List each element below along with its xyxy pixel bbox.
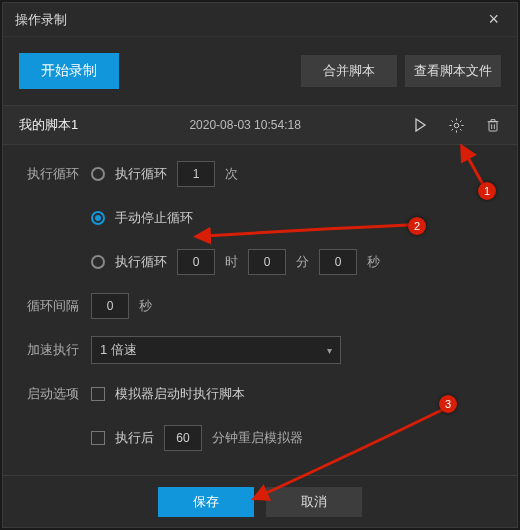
loop-count-input[interactable] xyxy=(177,161,215,187)
start-record-button[interactable]: 开始录制 xyxy=(19,53,119,89)
speed-selected: 1 倍速 xyxy=(100,341,137,359)
interval-label: 循环间隔 xyxy=(27,297,91,315)
loop-manual-label: 手动停止循环 xyxy=(115,209,193,227)
loop-m-input[interactable] xyxy=(248,249,286,275)
restart-after-pre: 执行后 xyxy=(115,429,154,447)
loop-group-label: 执行循环 xyxy=(27,165,91,183)
view-script-file-button[interactable]: 查看脚本文件 xyxy=(405,55,501,87)
restart-after-input[interactable] xyxy=(164,425,202,451)
restart-after-post: 分钟重启模拟器 xyxy=(212,429,303,447)
script-name: 我的脚本1 xyxy=(19,116,78,134)
gear-icon[interactable] xyxy=(448,117,465,134)
radio-loop-duration[interactable] xyxy=(91,255,105,269)
run-on-emulator-start-label: 模拟器启动时执行脚本 xyxy=(115,385,245,403)
radio-loop-manual[interactable] xyxy=(91,211,105,225)
loop-duration-label: 执行循环 xyxy=(115,253,167,271)
loop-s-suffix: 秒 xyxy=(367,253,380,271)
chevron-down-icon: ▾ xyxy=(327,345,332,356)
trash-icon[interactable] xyxy=(485,117,501,133)
merge-script-button[interactable]: 合并脚本 xyxy=(301,55,397,87)
chk-run-on-emulator-start[interactable] xyxy=(91,387,105,401)
play-icon[interactable] xyxy=(412,117,428,133)
chk-restart-after[interactable] xyxy=(91,431,105,445)
window-title: 操作录制 xyxy=(15,11,482,29)
svg-point-0 xyxy=(454,123,459,128)
loop-h-suffix: 时 xyxy=(225,253,238,271)
svg-rect-1 xyxy=(489,122,497,131)
loop-h-input[interactable] xyxy=(177,249,215,275)
interval-input[interactable] xyxy=(91,293,129,319)
save-button[interactable]: 保存 xyxy=(158,487,254,517)
loop-count-label: 执行循环 xyxy=(115,165,167,183)
loop-m-suffix: 分 xyxy=(296,253,309,271)
close-icon[interactable]: × xyxy=(482,7,505,32)
script-timestamp: 2020-08-03 10:54:18 xyxy=(78,118,412,132)
cancel-button[interactable]: 取消 xyxy=(266,487,362,517)
loop-count-suffix: 次 xyxy=(225,165,238,183)
radio-loop-count[interactable] xyxy=(91,167,105,181)
speed-label: 加速执行 xyxy=(27,341,91,359)
loop-s-input[interactable] xyxy=(319,249,357,275)
speed-select[interactable]: 1 倍速 ▾ xyxy=(91,336,341,364)
interval-suffix: 秒 xyxy=(139,297,152,315)
startup-label: 启动选项 xyxy=(27,385,91,403)
